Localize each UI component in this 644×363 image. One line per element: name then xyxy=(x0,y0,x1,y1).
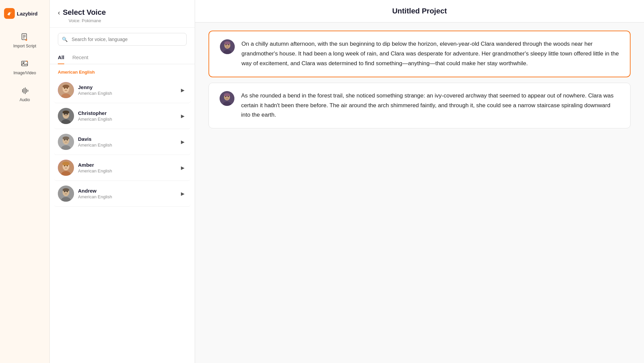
svg-point-39 xyxy=(63,188,69,192)
group-american-english: American English xyxy=(54,64,191,77)
christopher-play-button[interactable]: ▶ xyxy=(179,111,187,121)
andrew-play-button[interactable]: ▶ xyxy=(179,189,187,198)
svg-point-45 xyxy=(224,41,230,45)
voice-list: American English Jenny American English … xyxy=(50,64,195,363)
audio-label: Audio xyxy=(20,97,30,102)
import-script-label: Import Script xyxy=(13,44,36,48)
script-area: On a chilly autumn afternoon, with the s… xyxy=(195,23,644,363)
jenny-play-button[interactable]: ▶ xyxy=(179,85,187,95)
left-navigation: Lazybird Import Script Image/Video xyxy=(0,0,50,363)
script-block-2[interactable]: As she rounded a bend in the forest trai… xyxy=(209,83,631,129)
christopher-info: Christopher American English xyxy=(78,110,175,122)
amber-info: Amber American English xyxy=(78,162,175,173)
andrew-avatar xyxy=(58,186,74,202)
tab-all[interactable]: All xyxy=(58,51,64,64)
jenny-avatar xyxy=(58,82,74,98)
nav-item-audio[interactable]: Audio xyxy=(0,81,49,108)
logo-text: Lazybird xyxy=(17,11,38,16)
voice-item-davis[interactable]: Davis American English ▶ xyxy=(54,129,191,155)
davis-play-button[interactable]: ▶ xyxy=(179,137,187,147)
block-2-text: As she rounded a bend in the forest trai… xyxy=(241,91,619,120)
import-script-icon xyxy=(20,32,30,42)
voice-search-container: 🔍 xyxy=(58,33,187,46)
christopher-name: Christopher xyxy=(78,110,175,116)
davis-name: Davis xyxy=(78,136,175,142)
davis-avatar xyxy=(58,134,74,150)
voice-header: ‹ Select Voice Voice: Pokimane xyxy=(50,0,195,28)
voice-item-andrew[interactable]: Andrew American English ▶ xyxy=(54,181,191,207)
amber-avatar xyxy=(58,160,74,176)
logo-icon xyxy=(4,8,15,19)
voice-panel-title: Select Voice xyxy=(63,8,106,17)
svg-point-12 xyxy=(63,85,69,88)
davis-lang: American English xyxy=(78,143,175,148)
search-icon: 🔍 xyxy=(62,37,68,42)
svg-rect-5 xyxy=(22,61,28,66)
andrew-name: Andrew xyxy=(78,188,175,194)
andrew-lang: American English xyxy=(78,194,175,199)
jenny-info: Jenny American English xyxy=(78,84,175,96)
andrew-info: Andrew American English xyxy=(78,188,175,199)
jenny-name: Jenny xyxy=(78,84,175,90)
amber-name: Amber xyxy=(78,162,175,168)
nav-item-import-script[interactable]: Import Script xyxy=(0,27,49,54)
block-1-text: On a chilly autumn afternoon, with the s… xyxy=(241,39,619,69)
block-1-avatar xyxy=(220,39,235,54)
svg-point-0 xyxy=(10,12,11,13)
voice-item-jenny[interactable]: Jenny American English ▶ xyxy=(54,77,191,103)
project-title: Untitled Project xyxy=(209,7,631,15)
davis-info: Davis American English xyxy=(78,136,175,148)
main-content: Untitled Project On a chilly autumn afte… xyxy=(195,0,644,363)
christopher-avatar xyxy=(58,108,74,124)
svg-point-27 xyxy=(63,136,69,140)
christopher-lang: American English xyxy=(78,117,175,122)
amber-lang: American English xyxy=(78,168,175,173)
script-block-1[interactable]: On a chilly autumn afternoon, with the s… xyxy=(209,31,631,77)
voice-panel: ‹ Select Voice Voice: Pokimane 🔍 All Rec… xyxy=(50,0,195,363)
tab-recent[interactable]: Recent xyxy=(72,51,88,64)
voice-tabs: All Recent xyxy=(50,51,195,64)
back-button[interactable]: ‹ xyxy=(58,9,60,16)
svg-point-51 xyxy=(224,93,230,96)
voice-search-input[interactable] xyxy=(58,33,187,46)
image-video-icon xyxy=(20,59,30,69)
voice-item-christopher[interactable]: Christopher American English ▶ xyxy=(54,103,191,129)
image-video-label: Image/Video xyxy=(13,71,36,75)
block-2-avatar xyxy=(220,91,234,106)
logo-area[interactable]: Lazybird xyxy=(0,5,49,27)
main-header: Untitled Project xyxy=(195,0,644,23)
nav-item-image-video[interactable]: Image/Video xyxy=(0,54,49,81)
jenny-lang: American English xyxy=(78,91,175,96)
audio-icon xyxy=(20,86,30,95)
amber-play-button[interactable]: ▶ xyxy=(179,163,187,172)
svg-point-33 xyxy=(62,162,70,166)
current-voice-label: Voice: Pokimane xyxy=(69,18,187,23)
voice-item-amber[interactable]: Amber American English ▶ xyxy=(54,155,191,181)
